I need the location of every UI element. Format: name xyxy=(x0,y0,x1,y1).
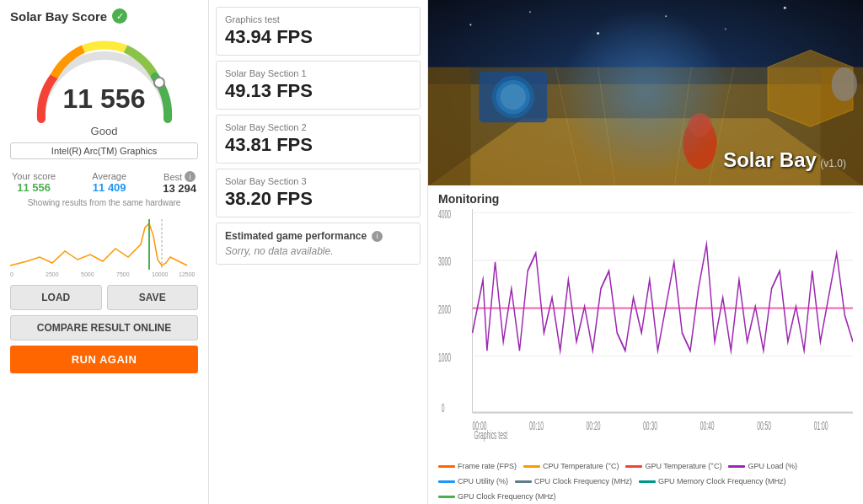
estimated-title-row: Estimated game performance i xyxy=(225,230,411,242)
legend-label-2: GPU Temperature (°C) xyxy=(645,462,721,470)
result-card-0: Graphics test 43.94 FPS xyxy=(216,7,421,56)
legend-color-6 xyxy=(639,480,656,483)
result-card-2: Solar Bay Section 2 43.81 FPS xyxy=(216,115,421,164)
svg-point-0 xyxy=(154,78,164,88)
estimated-body: Sorry, no data available. xyxy=(225,245,411,257)
svg-text:7500: 7500 xyxy=(116,271,130,277)
monitoring-chart: 4000 3000 2000 1000 0 00:00 00:10 00:20 … xyxy=(438,209,853,457)
svg-text:00:40: 00:40 xyxy=(700,420,715,432)
monitoring-section: Monitoring 4000 3000 2000 1000 0 xyxy=(428,185,863,504)
game-title: Solar Bay xyxy=(723,148,817,171)
result-title-3: Solar Bay Section 3 xyxy=(225,176,411,186)
screenshot-overlay: Solar Bay (v1.0) xyxy=(723,148,846,172)
result-value-0: 43.94 FPS xyxy=(225,26,411,48)
left-header: Solar Bay Score ✓ xyxy=(10,8,198,24)
svg-text:0: 0 xyxy=(442,402,445,415)
svg-text:1000: 1000 xyxy=(438,351,451,363)
page-title: Solar Bay Score xyxy=(10,9,107,24)
svg-text:10000: 10000 xyxy=(152,271,169,277)
your-score-label: Your score xyxy=(12,171,56,181)
mini-chart: 0 2500 5000 7500 10000 12500 xyxy=(10,211,198,278)
svg-point-11 xyxy=(529,11,531,13)
legend-item-4: CPU Utility (%) xyxy=(438,477,508,485)
legend-item-7: GPU Clock Frequency (MHz) xyxy=(438,492,556,501)
result-card-3: Solar Bay Section 3 38.20 FPS xyxy=(216,169,421,217)
svg-text:00:50: 00:50 xyxy=(757,420,771,432)
right-panel: Solar Bay (v1.0) Monitoring 4000 3000 20 xyxy=(428,0,863,504)
legend-color-1 xyxy=(523,465,540,468)
run-again-button[interactable]: RUN AGAIN xyxy=(10,346,198,373)
screenshot-area: Solar Bay (v1.0) xyxy=(428,0,863,185)
score-comparison: Your score 11 556 Average 11 409 Best i … xyxy=(10,171,198,195)
average-col: Average 11 409 xyxy=(92,171,126,195)
legend-color-0 xyxy=(438,465,455,468)
svg-point-29 xyxy=(560,8,731,178)
load-button[interactable]: LOAD xyxy=(10,285,102,310)
legend-item-1: CPU Temperature (°C) xyxy=(523,462,619,470)
gpu-label: Intel(R) Arc(TM) Graphics xyxy=(10,142,198,159)
score-value: 11 556 xyxy=(63,83,146,115)
svg-text:00:20: 00:20 xyxy=(587,420,601,432)
result-title-1: Solar Bay Section 1 xyxy=(225,68,411,78)
game-version: (v1.0) xyxy=(820,158,846,169)
average-label: Average xyxy=(92,171,126,181)
middle-panel: Graphics test 43.94 FPS Solar Bay Sectio… xyxy=(209,0,428,504)
legend-item-0: Frame rate (FPS) xyxy=(438,462,517,470)
legend-color-7 xyxy=(438,496,455,498)
svg-text:2000: 2000 xyxy=(438,303,451,315)
main-container: Solar Bay Score ✓ 11 556 xyxy=(0,0,863,504)
svg-text:4000: 4000 xyxy=(438,209,451,220)
your-score-col: Your score 11 556 xyxy=(12,171,56,195)
svg-text:Graphics test: Graphics test xyxy=(474,428,507,441)
result-card-1: Solar Bay Section 1 49.13 FPS xyxy=(216,61,421,110)
best-value: 13 294 xyxy=(163,182,196,195)
result-value-3: 38.20 FPS xyxy=(225,188,411,210)
best-label: Best xyxy=(163,172,182,182)
legend-label-4: CPU Utility (%) xyxy=(458,477,508,485)
compare-button[interactable]: COMPARE RESULT ONLINE xyxy=(10,315,198,340)
legend-color-4 xyxy=(438,480,455,483)
legend-label-0: Frame rate (FPS) xyxy=(458,462,517,470)
legend-label-5: CPU Clock Frequency (MHz) xyxy=(534,477,632,485)
load-save-row: LOAD SAVE xyxy=(10,285,198,310)
check-icon: ✓ xyxy=(112,8,127,24)
legend-label-7: GPU Clock Frequency (MHz) xyxy=(458,492,556,501)
svg-point-15 xyxy=(784,7,786,9)
legend-item-5: CPU Clock Frequency (MHz) xyxy=(515,477,632,485)
result-value-2: 43.81 FPS xyxy=(225,134,411,156)
legend-label-6: GPU Memory Clock Frequency (MHz) xyxy=(658,477,786,485)
best-info-icon: i xyxy=(185,171,196,182)
legend-color-3 xyxy=(728,465,745,468)
best-col: Best i 13 294 xyxy=(163,171,196,195)
gauge-svg: 11 556 xyxy=(29,30,180,123)
legend-item-3: GPU Load (%) xyxy=(728,462,797,470)
showing-text: Showing results from the same hardware xyxy=(10,198,198,207)
estimated-card: Estimated game performance i Sorry, no d… xyxy=(216,223,421,265)
svg-text:2500: 2500 xyxy=(46,271,59,277)
svg-point-24 xyxy=(501,84,526,110)
your-score-value: 11 556 xyxy=(17,181,51,194)
legend-item-2: GPU Temperature (°C) xyxy=(625,462,721,470)
legend-row: Frame rate (FPS) CPU Temperature (°C) GP… xyxy=(438,458,853,501)
estimated-title: Estimated game performance xyxy=(225,230,367,242)
save-button[interactable]: SAVE xyxy=(107,285,199,310)
svg-text:3000: 3000 xyxy=(438,255,451,267)
svg-text:00:10: 00:10 xyxy=(529,420,544,432)
result-title-2: Solar Bay Section 2 xyxy=(225,122,411,132)
result-value-1: 49.13 FPS xyxy=(225,80,411,102)
average-value: 11 409 xyxy=(93,181,126,194)
legend-color-5 xyxy=(515,480,532,483)
legend-label-1: CPU Temperature (°C) xyxy=(543,462,619,470)
svg-text:00:30: 00:30 xyxy=(643,420,657,432)
legend-label-3: GPU Load (%) xyxy=(748,462,797,470)
svg-point-28 xyxy=(832,67,857,101)
svg-point-10 xyxy=(469,24,471,25)
gauge-container: 11 556 Good Intel(R) Arc(TM) Graphics xyxy=(10,30,198,166)
left-panel: Solar Bay Score ✓ 11 556 xyxy=(0,0,209,504)
result-title-0: Graphics test xyxy=(225,14,411,24)
legend-item-6: GPU Memory Clock Frequency (MHz) xyxy=(639,477,786,485)
svg-rect-19 xyxy=(428,67,470,185)
svg-point-14 xyxy=(725,28,726,29)
svg-text:0: 0 xyxy=(10,271,13,277)
svg-text:01:00: 01:00 xyxy=(814,420,828,432)
